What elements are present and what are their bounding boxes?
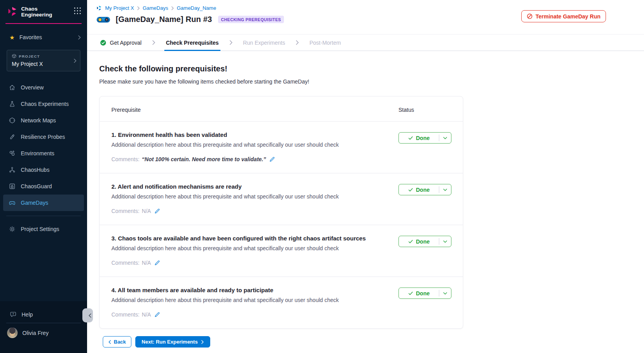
user-profile[interactable]: Olivia Frey [0,323,87,338]
sidebar-collapse-handle[interactable] [82,308,93,322]
sidebar-item-environments[interactable]: Environments [3,145,84,162]
status-value: Done [399,187,439,193]
sidebar-item-chaoshubs[interactable]: ChaosHubs [3,162,84,178]
sidebar-divider [6,216,81,216]
star-icon: ★ [9,35,15,40]
status-dropdown-button[interactable]: Done [398,236,451,247]
next-label: Next: Run Experiments [142,339,198,345]
status-badge: CHECKING PREREQUISITES [218,16,284,23]
sidebar: Chaos Engineering ★ Favorites PROJECT My… [0,0,87,353]
step-post-mortem[interactable]: Post-Mortem [309,35,341,51]
comments-label: Comments: [111,311,140,318]
sidebar-item-label: Chaos Experiments [21,101,69,107]
sidebar-item-overview[interactable]: Overview [3,79,84,96]
brand-divider [5,23,82,24]
svg-text:?: ? [12,313,14,315]
sidebar-item-project-settings[interactable]: Project Settings [3,221,84,237]
chevron-down-icon[interactable] [439,137,451,139]
prerequisite-title: 1. Environment health has been validated [111,131,387,138]
user-name: Olivia Frey [22,330,49,336]
next-run-experiments-button[interactable]: Next: Run Experiments [135,336,210,348]
terminate-gameday-run-button[interactable]: Terminate GameDay Run [521,10,606,22]
brand-title: Chaos Engineering [21,6,52,18]
check-circle-icon [100,40,106,46]
brand-line2: Engineering [21,12,52,18]
breadcrumb-project-link[interactable]: My Project X [105,5,134,11]
brand-line1: Chaos [21,6,52,12]
comments-line: Comments: N/A [111,260,387,266]
column-header-status: Status [398,107,451,113]
prerequisite-title: 4. All team members are available and re… [111,287,387,293]
step-run-experiments[interactable]: Run Experiments [243,35,285,51]
chaos-engineering-logo-icon[interactable] [7,6,18,17]
edit-comment-icon[interactable] [155,260,160,266]
step-label: Get Approval [110,40,142,46]
sidebar-item-label: Overview [21,84,44,91]
chevron-right-icon [152,35,155,51]
favorites-label: Favorites [19,34,42,40]
status-dropdown-button[interactable]: Done [398,287,451,299]
help-button[interactable]: ? Help [0,301,87,322]
sidebar-item-chaosguard[interactable]: ChaosGuard [3,178,84,195]
step-label: Post-Mortem [309,40,341,46]
prerequisite-title: 2. Alert and notification mechanisms are… [111,183,387,190]
avatar [7,328,18,338]
project-label: PROJECT [19,54,40,58]
module-logo-icon [96,5,102,11]
step-label: Run Experiments [243,40,285,46]
help-chat-icon: ? [10,311,16,318]
breadcrumb-gameday-name-link[interactable]: GameDay_Name [177,5,216,11]
section-subheading: Please make sure you have the following … [99,78,644,85]
cube-icon [12,54,16,58]
terminate-label: Terminate GameDay Run [536,13,600,20]
app-root: Chaos Engineering ★ Favorites PROJECT My… [0,0,644,353]
edit-comment-icon[interactable] [269,156,275,162]
prerequisite-description: Additional description here about this p… [111,142,387,148]
sidebar-item-network-maps[interactable]: Network Maps [3,112,84,129]
sidebar-item-resilience-probes[interactable]: Resilience Probes [3,129,84,145]
edit-comment-icon[interactable] [155,312,160,317]
chevron-down-icon[interactable] [439,240,451,243]
section-heading: Check the following prerequisites! [99,64,644,73]
sidebar-item-label: Environments [21,150,55,156]
sidebar-header: Chaos Engineering [0,0,87,18]
status-cell: Done [398,235,451,266]
status-dropdown-button[interactable]: Done [398,132,451,144]
run-stepper: Get Approval Check Prerequisites Run Exp… [87,35,644,51]
project-name: My Project X [12,61,70,67]
favorites-toggle[interactable]: ★ Favorites [0,31,87,43]
sidebar-item-chaos-experiments[interactable]: Chaos Experiments [3,96,84,112]
chevron-down-icon[interactable] [439,189,451,191]
step-check-prerequisites[interactable]: Check Prerequisites [166,35,219,51]
prohibited-icon [527,13,533,19]
status-value: Done [399,135,439,141]
prerequisite-info: 3. Chaos tools are available and have be… [111,235,398,266]
home-icon [9,84,16,91]
back-button[interactable]: Back [103,336,131,348]
column-header-prerequisite: Prerequisite [111,107,398,113]
prerequisite-description: Additional description here about this p… [111,245,387,251]
comment-value: N/A [142,208,151,214]
sidebar-item-label: ChaosHubs [21,167,49,173]
step-get-approval[interactable]: Get Approval [100,35,142,51]
status-dropdown-button[interactable]: Done [398,184,451,195]
edit-comment-icon[interactable] [155,208,160,214]
breadcrumb-gamedays-link[interactable]: GameDays [143,5,168,11]
sidebar-bottom: ? Help Olivia Frey [0,301,87,353]
chevron-right-icon [171,6,174,10]
prerequisite-description: Additional description here about this p… [111,297,387,303]
prerequisite-row: 4. All team members are available and re… [100,277,463,328]
step-label: Check Prerequisites [166,40,219,46]
module-grid-icon[interactable] [74,7,81,14]
chevron-down-icon[interactable] [439,292,451,295]
sidebar-item-gamedays[interactable]: GameDays [3,195,84,211]
probe-icon [9,133,16,140]
project-selector[interactable]: PROJECT My Project X [7,50,80,71]
prerequisite-info: 2. Alert and notification mechanisms are… [111,183,398,214]
chevron-right-icon [78,35,81,40]
comments-label: Comments: [111,260,140,266]
flask-icon [9,100,16,107]
prerequisites-card: Prerequisite Status 1. Environment healt… [99,96,463,329]
sidebar-item-label: ChaosGuard [21,183,52,189]
gamepad-icon [9,199,16,206]
